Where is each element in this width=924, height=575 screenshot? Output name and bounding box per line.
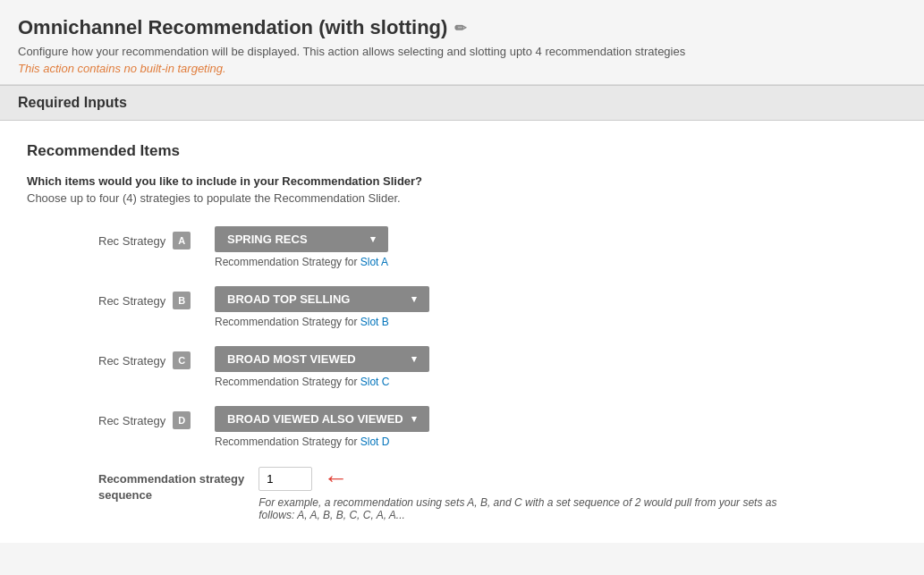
strategy-dropdown-wrapper-c: BROAD MOST VIEWED ▾ Recommendation Strat… (215, 346, 429, 388)
slot-hint-b: Recommendation Strategy for Slot B (215, 316, 429, 328)
slot-link-d: Slot D (360, 435, 390, 448)
edit-icon[interactable]: ✏ (454, 20, 466, 37)
sequence-right: ← For example, a recommendation using se… (259, 466, 795, 521)
rec-strategy-text-d: Rec Strategy (98, 414, 165, 427)
slot-hint-c: Recommendation Strategy for Slot C (215, 376, 429, 388)
sequence-input-row: ← (259, 466, 348, 491)
strategy-row-d: Rec Strategy D BROAD VIEWED ALSO VIEWED … (27, 406, 897, 448)
strategy-label-b: Rec Strategy B (98, 292, 215, 309)
sequence-label-line1: Recommendation strategy (98, 472, 244, 486)
warning-text: This action contains no built-in targeti… (18, 62, 906, 75)
slot-hint-d: Recommendation Strategy for Slot D (215, 435, 429, 448)
sequence-label-line2: sequence (98, 488, 152, 502)
sequence-example: For example, a recommendation using sets… (259, 496, 795, 521)
required-inputs-header: Required Inputs (0, 85, 924, 121)
slot-badge-a: A (173, 232, 191, 249)
main-content: Recommended Items Which items would you … (0, 121, 924, 543)
sequence-label: Recommendation strategy sequence (98, 466, 244, 503)
slot-hint-a: Recommendation Strategy for Slot A (215, 256, 388, 268)
rec-strategy-text-b: Rec Strategy (98, 294, 165, 308)
sequence-input[interactable] (259, 467, 312, 491)
strategy-label-a: Rec Strategy A (98, 232, 215, 249)
question-text: Which items would you like to include in… (27, 174, 897, 188)
strategy-btn-label-c: BROAD MOST VIEWED (227, 352, 356, 366)
slot-badge-b: B (173, 292, 191, 309)
chevron-down-icon-b: ▾ (411, 293, 417, 305)
strategy-label-d: Rec Strategy D (98, 411, 215, 429)
page-header: Omnichannel Recommendation (with slottin… (0, 0, 924, 85)
strategy-dropdown-d[interactable]: BROAD VIEWED ALSO VIEWED ▾ (215, 406, 429, 432)
strategy-label-c: Rec Strategy C (98, 351, 215, 369)
slot-badge-d: D (173, 411, 191, 429)
chevron-down-icon-d: ▾ (411, 413, 417, 425)
strategy-btn-label-b: BROAD TOP SELLING (227, 292, 350, 306)
page-subtitle: Configure how your recommendation will b… (18, 45, 906, 58)
strategy-btn-label-d: BROAD VIEWED ALSO VIEWED (227, 412, 403, 426)
page-title: Omnichannel Recommendation (with slottin… (18, 16, 906, 39)
strategy-dropdown-b[interactable]: BROAD TOP SELLING ▾ (215, 286, 429, 312)
page-title-text: Omnichannel Recommendation (with slottin… (18, 16, 447, 39)
recommended-items-title: Recommended Items (27, 142, 897, 160)
slot-badge-c: C (173, 351, 191, 369)
section-header-label: Required Inputs (18, 95, 127, 110)
strategy-dropdown-c[interactable]: BROAD MOST VIEWED ▾ (215, 346, 429, 372)
strategy-dropdown-wrapper-a: SPRING RECS ▾ Recommendation Strategy fo… (215, 226, 388, 268)
strategy-dropdown-wrapper-b: BROAD TOP SELLING ▾ Recommendation Strat… (215, 286, 429, 328)
strategy-row-a: Rec Strategy A SPRING RECS ▾ Recommendat… (27, 226, 897, 268)
sequence-row: Recommendation strategy sequence ← For e… (27, 466, 897, 521)
chevron-down-icon-c: ▾ (411, 353, 417, 365)
slot-link-a: Slot A (360, 256, 388, 268)
rec-strategy-text-a: Rec Strategy (98, 234, 165, 248)
rec-strategy-text-c: Rec Strategy (98, 354, 165, 368)
subtitle-text: Configure how your recommendation will b… (18, 45, 685, 58)
slot-link-b: Slot B (360, 316, 389, 328)
instruction-text: Choose up to four (4) strategies to popu… (27, 191, 897, 205)
slot-link-c: Slot C (360, 376, 390, 388)
strategy-row-c: Rec Strategy C BROAD MOST VIEWED ▾ Recom… (27, 346, 897, 388)
strategy-row-b: Rec Strategy B BROAD TOP SELLING ▾ Recom… (27, 286, 897, 328)
strategy-btn-label-a: SPRING RECS (227, 233, 308, 246)
chevron-down-icon-a: ▾ (370, 233, 376, 245)
strategy-dropdown-a[interactable]: SPRING RECS ▾ (215, 226, 388, 252)
strategy-dropdown-wrapper-d: BROAD VIEWED ALSO VIEWED ▾ Recommendatio… (215, 406, 429, 448)
arrow-right-icon: ← (323, 466, 348, 491)
